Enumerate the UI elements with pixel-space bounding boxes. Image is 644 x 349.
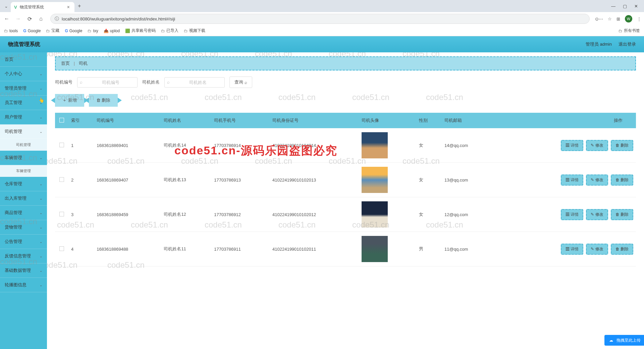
bookmark-shared[interactable]: 🟩 共享账号密码: [125, 28, 156, 34]
bookmark-txy[interactable]: txy: [88, 29, 98, 33]
avatar-image: [362, 132, 388, 158]
close-window-icon[interactable]: ✕: [634, 4, 638, 9]
delete-row-button[interactable]: 🗑 删除: [611, 174, 633, 186]
sidebar-item-2[interactable]: 管理员管理⌄: [0, 81, 47, 96]
driver-code-input[interactable]: [77, 77, 138, 88]
bookmark-video[interactable]: 视频下载: [184, 28, 205, 34]
row-checkbox[interactable]: [59, 212, 64, 216]
sidebar-item-9[interactable]: 商品管理⌄: [0, 206, 47, 220]
window-controls: — ▢ ✕: [611, 4, 641, 9]
avatar-image: [362, 236, 388, 262]
table-row: 41683618869488司机姓名1117703786911410224199…: [55, 232, 636, 266]
bookmark-google-2[interactable]: Google: [65, 29, 82, 33]
edit-button[interactable]: ✎ 修改: [586, 140, 608, 151]
sidebar-item-6[interactable]: 车辆管理⌄: [0, 151, 47, 165]
delete-button[interactable]: 🗑 删除: [89, 94, 118, 107]
password-icon[interactable]: ⊙⋯: [595, 16, 603, 21]
cell-gender: 女: [416, 197, 442, 232]
browser-tab[interactable]: V 物流管理系统 ×: [11, 2, 74, 12]
back-icon[interactable]: ←: [3, 16, 11, 22]
chevron-down-icon: ⌄: [40, 72, 42, 76]
query-button[interactable]: 查询 ⌕: [229, 77, 252, 88]
sidebar-item-4[interactable]: 用户管理⌄: [0, 110, 47, 124]
url-text: localhost:8080/wuliuguanlixitong/admin/d…: [62, 16, 585, 21]
sidebar-item-13[interactable]: 基础数据管理⌄: [0, 263, 47, 278]
cell-email: 14@qq.com: [442, 128, 494, 163]
detail-button[interactable]: ☰ 详情: [561, 244, 583, 255]
sidebar-item-12[interactable]: 反馈信息管理⌄: [0, 249, 47, 263]
sidebar-label: 出入库管理: [5, 195, 26, 201]
bookmark-upload[interactable]: 📤 uplod: [104, 29, 120, 33]
site-info-icon[interactable]: ⓘ: [55, 16, 59, 22]
sidebar-item-11[interactable]: 公告管理⌄: [0, 235, 47, 249]
logout-link[interactable]: 退出登录: [619, 41, 636, 47]
url-bar[interactable]: ⓘ localhost:8080/wuliuguanlixitong/admin…: [50, 14, 590, 24]
minimize-icon[interactable]: —: [611, 4, 615, 9]
menu-icon[interactable]: ⋮: [637, 16, 641, 21]
row-checkbox[interactable]: [59, 143, 64, 147]
delete-row-button[interactable]: 🗑 删除: [611, 140, 633, 151]
breadcrumb-home[interactable]: 首页: [61, 61, 70, 66]
edit-button[interactable]: ✎ 修改: [586, 174, 608, 186]
row-checkbox[interactable]: [59, 246, 64, 251]
add-button[interactable]: ＋ 新增: [55, 94, 84, 107]
chevron-down-icon: ⌄: [40, 130, 42, 134]
chevron-down-icon: ⌄: [40, 226, 42, 229]
cell-phone: 17703786912: [211, 197, 270, 232]
bookmark-tools[interactable]: tools: [4, 29, 18, 33]
sidebar-item-1[interactable]: 个人中心⌄: [0, 67, 47, 81]
address-bar-row: ← → ⟳ ⌂ ⓘ localhost:8080/wuliuguanlixito…: [0, 12, 644, 26]
select-all-checkbox[interactable]: [59, 118, 64, 122]
detail-button[interactable]: ☰ 详情: [561, 209, 583, 220]
upload-widget[interactable]: ☁ 拖拽至此上传: [604, 335, 644, 346]
all-bookmarks[interactable]: 所有书签: [619, 28, 640, 34]
cell-email: 13@qq.com: [442, 163, 494, 197]
profile-avatar[interactable]: W: [625, 15, 632, 22]
detail-button[interactable]: ☰ 详情: [561, 174, 583, 186]
reload-icon[interactable]: ⟳: [25, 16, 34, 22]
cell-name: 司机姓名12: [161, 197, 211, 232]
sidebar-item-10[interactable]: 货物管理⌄: [0, 220, 47, 235]
tab-list-dropdown-icon[interactable]: ⌄: [3, 4, 9, 9]
bookmark-google-1[interactable]: Google: [23, 29, 41, 33]
new-tab-icon[interactable]: +: [78, 3, 81, 9]
bookmark-star-icon[interactable]: ☆: [608, 16, 612, 21]
row-checkbox[interactable]: [59, 177, 64, 182]
sidebar-item-0[interactable]: 首页: [0, 52, 47, 67]
maximize-icon[interactable]: ▢: [623, 4, 627, 9]
chevron-down-icon: ⌄: [40, 87, 42, 90]
breadcrumb-current: 司机: [79, 61, 88, 66]
col-code: 司机编号: [94, 113, 161, 128]
delete-row-button[interactable]: 🗑 删除: [611, 209, 633, 220]
col-phone: 司机手机号: [211, 113, 270, 128]
home-icon[interactable]: ⌂: [37, 16, 45, 22]
chevron-down-icon: ⌄: [40, 240, 42, 244]
bookmark-imported[interactable]: 已导入: [161, 28, 178, 34]
tab-close-icon[interactable]: ×: [66, 4, 71, 10]
forward-icon[interactable]: →: [14, 16, 22, 22]
row-actions: ☰ 详情✎ 修改🗑 删除: [497, 244, 633, 255]
sidebar-label: 货物管理: [5, 224, 22, 230]
driver-name-input[interactable]: [164, 77, 225, 88]
sidebar-label: 基础数据管理: [5, 267, 31, 273]
sidebar-label: 司机管理: [5, 129, 22, 135]
sidebar-subitem[interactable]: 车辆管理: [0, 165, 47, 177]
tab-bar: ⌄ V 物流管理系统 × + — ▢ ✕: [0, 0, 644, 12]
chevron-down-icon: ⌄: [40, 283, 42, 287]
sidebar-subitem[interactable]: 司机管理: [0, 139, 47, 151]
sidebar-item-14[interactable]: 轮播图信息⌄: [0, 278, 47, 292]
sidebar-item-3[interactable]: 员工管理⌄: [0, 96, 47, 110]
sidebar-item-5[interactable]: 司机管理⌄: [0, 124, 47, 139]
edit-button[interactable]: ✎ 修改: [586, 244, 608, 255]
extensions-icon[interactable]: ⊞: [616, 16, 620, 21]
action-row: ＋ 新增 🗑 删除: [55, 94, 636, 107]
cell-name: 司机姓名14: [161, 128, 211, 163]
detail-button[interactable]: ☰ 详情: [561, 140, 583, 151]
sidebar-item-8[interactable]: 出入库管理⌄: [0, 191, 47, 206]
table-header: 索引 司机编号 司机姓名 司机手机号 司机身份证号 司机头像 性别 司机邮箱 操…: [55, 113, 636, 128]
bookmark-baozang[interactable]: 宝藏: [46, 28, 59, 34]
sidebar-item-7[interactable]: 仓库管理⌄: [0, 177, 47, 191]
header-user[interactable]: 管理员 admin: [586, 41, 612, 47]
edit-button[interactable]: ✎ 修改: [586, 209, 608, 220]
delete-row-button[interactable]: 🗑 删除: [611, 244, 633, 255]
